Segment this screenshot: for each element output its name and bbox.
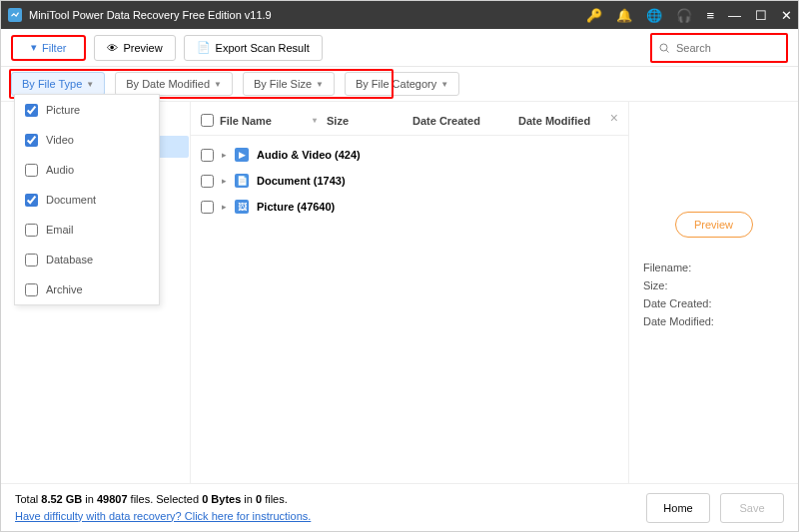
window-title: MiniTool Power Data Recovery Free Editio… [29, 9, 586, 21]
export-label: Export Scan Result [216, 42, 310, 54]
eye-icon: 👁 [107, 42, 118, 54]
filter-button[interactable]: ▾ Filter [11, 35, 86, 61]
search-input[interactable] [654, 37, 784, 59]
menu-icon[interactable]: ≡ [706, 8, 714, 23]
globe-icon[interactable]: 🌐 [646, 8, 662, 23]
filter-by-size[interactable]: By File Size ▼ [243, 72, 335, 96]
maximize-icon[interactable]: ☐ [755, 8, 767, 23]
dropdown-label: Picture [46, 104, 80, 116]
dropdown-item-document[interactable]: Document [15, 185, 159, 215]
dropdown-checkbox[interactable] [25, 104, 38, 117]
expand-icon[interactable]: ▸ [222, 176, 227, 186]
minimize-icon[interactable]: — [728, 8, 741, 23]
filter-by-type[interactable]: By File Type ▼ [11, 72, 105, 96]
home-button[interactable]: Home [646, 493, 710, 523]
file-checkbox[interactable] [201, 149, 214, 162]
titlebar: MiniTool Power Data Recovery Free Editio… [1, 1, 798, 29]
app-logo-icon [7, 7, 23, 23]
toolbar: ▾ Filter 👁 Preview 📄 Export Scan Result [1, 29, 798, 67]
dropdown-item-picture[interactable]: Picture [15, 95, 159, 125]
dropdown-checkbox[interactable] [25, 254, 38, 266]
file-type-icon: ▶ [235, 148, 249, 162]
meta-created: Date Created: [643, 297, 784, 309]
close-panel-icon[interactable]: × [610, 110, 618, 126]
filter-label: Filter [42, 42, 66, 54]
dropdown-label: Archive [46, 283, 83, 295]
file-list: ▸▶Audio & Video (424)▸📄Document (1743)▸🖼… [191, 136, 628, 226]
preview-pane: Preview Filename: Size: Date Created: Da… [628, 102, 798, 483]
dropdown-checkbox[interactable] [25, 194, 38, 207]
file-list-pane: × File Name ▾ Size Date Created Date Mod… [191, 102, 628, 483]
close-icon[interactable]: ✕ [781, 8, 792, 23]
bell-icon[interactable]: 🔔 [616, 8, 632, 23]
sort-indicator-icon: ▾ [313, 116, 317, 125]
file-row[interactable]: ▸🖼Picture (47640) [201, 194, 618, 220]
chevron-down-icon: ▼ [86, 80, 94, 89]
dropdown-checkbox[interactable] [25, 283, 38, 296]
meta-size: Size: [643, 279, 784, 291]
preview-button[interactable]: 👁 Preview [94, 35, 175, 61]
dropdown-label: Database [46, 254, 93, 266]
filter-by-date-label: By Date Modified [126, 78, 210, 90]
chevron-down-icon: ▼ [440, 80, 448, 89]
dropdown-checkbox[interactable] [25, 224, 38, 237]
file-checkbox[interactable] [201, 175, 214, 188]
select-all-checkbox[interactable] [201, 114, 214, 127]
save-button[interactable]: Save [720, 493, 784, 523]
col-filename[interactable]: File Name [220, 115, 272, 127]
col-created[interactable]: Date Created [412, 115, 512, 127]
file-label: Picture (47640) [257, 201, 335, 213]
filetype-dropdown: PictureVideoAudioDocumentEmailDatabaseAr… [14, 94, 160, 305]
file-label: Document (1743) [257, 175, 346, 187]
chevron-down-icon: ▼ [214, 80, 222, 89]
export-button[interactable]: 📄 Export Scan Result [184, 35, 323, 61]
filter-by-size-label: By File Size [254, 78, 312, 90]
meta-filename: Filename: [643, 262, 784, 273]
file-checkbox[interactable] [201, 201, 214, 214]
file-type-icon: 🖼 [235, 200, 249, 214]
dropdown-item-email[interactable]: Email [15, 215, 159, 245]
preview-file-button[interactable]: Preview [675, 212, 753, 238]
file-label: Audio & Video (424) [257, 149, 361, 161]
file-type-icon: 📄 [235, 174, 249, 188]
dropdown-label: Email [46, 224, 74, 236]
filter-by-type-label: By File Type [22, 78, 82, 90]
dropdown-label: Document [46, 194, 96, 206]
dropdown-checkbox[interactable] [25, 164, 38, 177]
file-row[interactable]: ▸📄Document (1743) [201, 168, 618, 194]
status-text: Total 8.52 GB in 49807 files. Selected 0… [15, 491, 636, 524]
column-headers: File Name ▾ Size Date Created Date Modif… [191, 106, 628, 136]
headset-icon[interactable]: 🎧 [676, 8, 692, 23]
filter-by-category[interactable]: By File Category ▼ [345, 72, 459, 96]
dropdown-label: Audio [46, 164, 74, 176]
dropdown-checkbox[interactable] [25, 134, 38, 147]
preview-label: Preview [123, 42, 162, 54]
dropdown-label: Video [46, 134, 74, 146]
key-icon[interactable]: 🔑 [586, 8, 602, 23]
meta-modified: Date Modified: [643, 315, 784, 327]
search-highlight [650, 33, 788, 63]
export-icon: 📄 [197, 41, 211, 54]
col-size[interactable]: Size [327, 115, 406, 127]
expand-icon[interactable]: ▸ [222, 150, 227, 160]
filter-by-date[interactable]: By Date Modified ▼ [115, 72, 233, 96]
file-row[interactable]: ▸▶Audio & Video (424) [201, 142, 618, 168]
expand-icon[interactable]: ▸ [222, 202, 227, 212]
help-link[interactable]: Have difficulty with data recovery? Clic… [15, 510, 311, 522]
dropdown-item-archive[interactable]: Archive [15, 274, 159, 304]
filter-by-category-label: By File Category [356, 78, 436, 90]
status-bar: Total 8.52 GB in 49807 files. Selected 0… [1, 483, 798, 531]
chevron-down-icon: ▼ [316, 80, 324, 89]
dropdown-item-video[interactable]: Video [15, 125, 159, 155]
col-modified[interactable]: Date Modified [518, 115, 598, 127]
filter-icon: ▾ [31, 41, 37, 54]
dropdown-item-audio[interactable]: Audio [15, 155, 159, 185]
dropdown-item-database[interactable]: Database [15, 245, 159, 274]
